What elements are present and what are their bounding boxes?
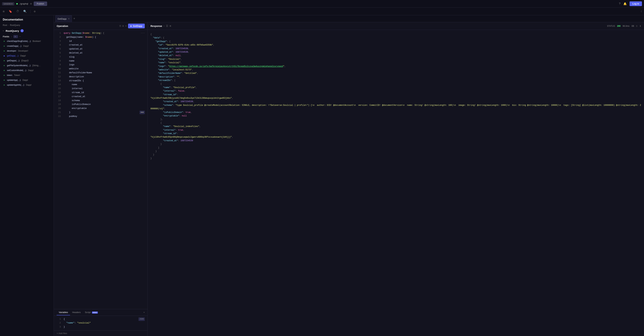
run-label: GetDapp xyxy=(133,25,142,27)
divider xyxy=(30,10,30,13)
add-field-icon: + xyxy=(3,40,6,42)
bell-icon[interactable]: 🔔 xyxy=(623,2,627,6)
main-layout: Documentation Root › RootQuery ← RootQue… xyxy=(0,15,644,336)
field-name: updateAppInfo(…): xyxy=(7,84,24,86)
field-item-createDapp[interactable]: + createDapp(…): Dapp! xyxy=(0,44,54,48)
field-name: checkDappSlugExists(…): xyxy=(7,40,31,42)
breadcrumb-current[interactable]: RootQuery xyxy=(10,24,20,26)
top-bar-right: ? 🔔 Log in xyxy=(619,2,642,6)
field-type: Dapp! xyxy=(23,45,29,47)
operation-icons: ⎘ ⊡ ▾ ▶ GetDapp xyxy=(120,24,145,28)
response-chevron-icon[interactable]: ▾ xyxy=(164,25,164,27)
collapse-icon[interactable]: 《 xyxy=(640,10,642,13)
field-type: Developer! xyxy=(18,50,28,52)
status-time: 96.0ms xyxy=(623,25,630,27)
field-item-getFileSystemModels[interactable]: + getFileSystemModels(…): [String… xyxy=(0,63,54,68)
variables-code[interactable]: 1 { JSON 2 "name": "soulcial" 3 } xyxy=(54,316,148,330)
pages-icon[interactable]: ⊞ xyxy=(2,9,5,14)
chevron-down-icon[interactable]: ▾ xyxy=(125,24,126,28)
verified-icon: ✓ xyxy=(20,29,24,32)
sort-options-icon[interactable]: ⋯ xyxy=(19,35,20,38)
sidebar-header: Documentation xyxy=(0,15,54,22)
publish-button[interactable]: Publish xyxy=(34,2,47,6)
json-response-content: { "data": { "getDapp": { "id": "5acc81f8… xyxy=(148,31,644,162)
filter-icon: ⊖ xyxy=(15,36,16,38)
new-tab-button[interactable]: + xyxy=(72,17,77,20)
field-type: Dapp! xyxy=(20,54,26,57)
table-view-icon[interactable]: ⊞ xyxy=(170,24,171,28)
field-item-getDapps[interactable]: + getDapps(…): [Dapp!]! xyxy=(0,58,54,63)
code-line-22: 22 pubKey xyxy=(54,114,148,118)
code-editor[interactable]: 1 query GetDapp($name: String) { ··· 2 g… xyxy=(54,30,148,309)
add-field-icon: + xyxy=(3,64,6,67)
status-code: 200 xyxy=(617,25,620,27)
tab-script[interactable]: Script NEW! xyxy=(83,310,100,315)
list-view-icon[interactable]: ☰ xyxy=(166,24,168,28)
copy-icon[interactable]: ⊡ xyxy=(122,24,124,28)
code-line-13: 13 streamIDs { xyxy=(54,79,148,83)
tab-getDapp[interactable]: GetDapp ✕ xyxy=(55,15,72,22)
field-item-checkDappSlugExists[interactable]: + checkDappSlugExists(…): Boolean! xyxy=(0,39,54,44)
more-options-icon[interactable]: ··· xyxy=(141,32,145,35)
bookmark-icon[interactable]: 🔖 xyxy=(8,9,13,14)
status-label: STATUS xyxy=(607,25,615,27)
add-files-button[interactable]: + Add files xyxy=(54,330,148,336)
status-size: 0B xyxy=(632,25,634,27)
field-item-updateApp[interactable]: + updateApp(…): Dapp! xyxy=(0,78,54,82)
share-icon[interactable]: ⎘ xyxy=(120,25,121,28)
tab-close-icon[interactable]: ✕ xyxy=(68,18,70,20)
filter-button[interactable]: ⊖ xyxy=(14,35,18,38)
response-body[interactable]: { "data": { "getDapp": { "id": "5acc81f8… xyxy=(148,30,644,336)
top-bar: SANDBOX ../graphql ⚙ Publish ? 🔔 Log in xyxy=(0,0,644,8)
json-badge: JSON xyxy=(138,318,145,321)
var-line-1: 1 { JSON xyxy=(54,317,148,321)
field-type: Dapp! xyxy=(22,79,28,81)
field-item-token[interactable]: + token: Token! xyxy=(0,73,54,78)
field-item-developer[interactable]: + developer: Developer! xyxy=(0,48,54,53)
field-name: token: xyxy=(7,74,13,76)
variables-tabs: Variables Headers Script NEW! ▾ xyxy=(54,309,148,316)
settings-icon[interactable]: ⚙ xyxy=(30,2,32,5)
code-line-8: 8 name xyxy=(54,59,148,63)
fields-label: Fields xyxy=(3,35,10,38)
add-field-icon: + xyxy=(3,69,6,72)
field-name: updateApp(…): xyxy=(7,79,21,81)
download-response-icon[interactable]: ⬇ xyxy=(640,25,641,27)
field-type: Dapp! xyxy=(26,84,32,86)
field-item-setCustomModel[interactable]: + setCustomModel(…): Dapp! xyxy=(0,68,54,73)
status-info: STATUS 200 96.0ms 0B ⎘ ⬇ xyxy=(607,25,641,27)
breadcrumb-root[interactable]: Root xyxy=(3,24,7,26)
history-icon[interactable]: ⏱ xyxy=(16,9,20,14)
field-item-getDapp[interactable]: ● getDapp(…): Dapp! xyxy=(0,53,54,58)
add-field-icon: + xyxy=(3,74,6,76)
search-icon[interactable]: 🔍 xyxy=(22,9,28,14)
root-query-title: RootQuery xyxy=(6,29,19,32)
play-icon: ▶ xyxy=(130,25,132,27)
settings2-icon[interactable]: ⚙ xyxy=(33,9,36,14)
add-field-icon: + xyxy=(3,79,6,82)
tab-variables[interactable]: Variables xyxy=(57,310,70,315)
tab-headers[interactable]: Headers xyxy=(70,310,83,315)
code-line-11: 11 defaultFolderName xyxy=(54,71,148,75)
sidebar-title: Documentation xyxy=(3,18,51,21)
fields-list: + checkDappSlugExists(…): Boolean! + cre… xyxy=(0,39,54,88)
add-field-icon: + xyxy=(3,84,6,86)
back-arrow-icon[interactable]: ← xyxy=(3,29,4,32)
tabs-bar: GetDapp ✕ + xyxy=(54,15,644,22)
login-button[interactable]: Log in xyxy=(630,2,642,6)
add-field-icon: + xyxy=(3,59,6,62)
sidebar: Documentation Root › RootQuery ← RootQue… xyxy=(0,15,54,336)
field-item-updateAppInfo[interactable]: + updateAppInfo(…): Dapp! xyxy=(0,82,54,88)
path-text: ../graphql xyxy=(19,2,28,5)
code-line-18: 18 schema xyxy=(54,99,148,103)
operation-panel: Operation ⎘ ⊡ ▾ ▶ GetDapp 1 query xyxy=(54,22,148,336)
help-icon[interactable]: ? xyxy=(619,2,620,6)
response-title: Response xyxy=(150,25,162,28)
code-line-9: 9 logo xyxy=(54,63,148,67)
run-button[interactable]: ▶ GetDapp xyxy=(128,24,145,28)
root-query-header: ← RootQuery ✓ xyxy=(0,28,54,34)
sort-asc-icon[interactable]: ↓ xyxy=(11,36,12,38)
add-field-icon-active: ● xyxy=(3,54,6,57)
var-collapse-icon[interactable]: ▾ xyxy=(143,311,145,314)
copy-response-icon[interactable]: ⎘ xyxy=(636,25,638,27)
